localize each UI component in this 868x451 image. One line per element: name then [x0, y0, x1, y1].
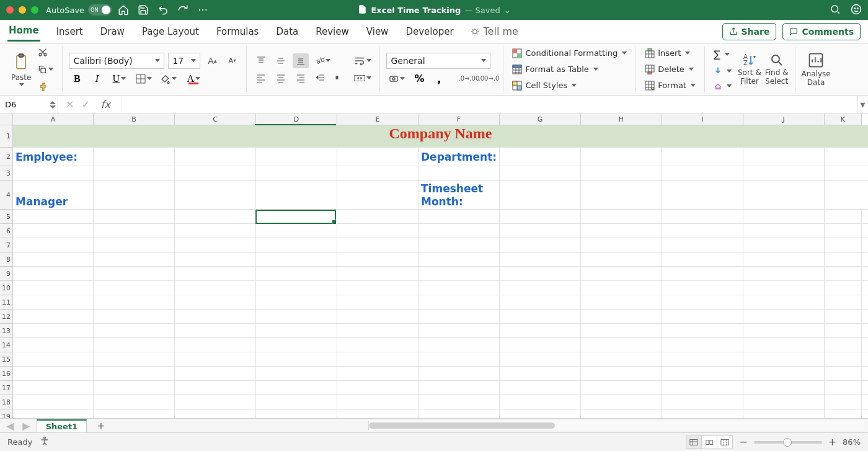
cell-i15[interactable]: [662, 352, 743, 366]
borders-button[interactable]: [133, 71, 154, 86]
row-header-6[interactable]: 6: [0, 224, 13, 238]
cell-f9[interactable]: [418, 267, 500, 280]
cell-h14[interactable]: [581, 338, 662, 352]
cell-h9[interactable]: [581, 267, 662, 280]
cell-i5[interactable]: [662, 210, 743, 223]
horizontal-scrollbar[interactable]: [368, 421, 864, 430]
share-button[interactable]: Share: [722, 23, 777, 40]
cell-d6[interactable]: [256, 224, 337, 238]
cell-a13[interactable]: [13, 324, 94, 337]
cancel-formula-icon[interactable]: ✕: [66, 99, 74, 110]
cell-b18[interactable]: [94, 395, 175, 409]
cell-a3[interactable]: [13, 166, 94, 180]
cell-g17[interactable]: [500, 381, 581, 395]
cell-h12[interactable]: [581, 310, 662, 323]
tab-view[interactable]: View: [365, 22, 390, 41]
cell-e17[interactable]: [337, 381, 418, 395]
cell-a11[interactable]: [13, 295, 94, 309]
page-layout-view-button[interactable]: [701, 435, 717, 449]
cell-d11[interactable]: [256, 295, 337, 309]
cell-g12[interactable]: [500, 310, 581, 323]
cell-i14[interactable]: [662, 338, 743, 352]
cell-g7[interactable]: [500, 238, 581, 252]
cell-c13[interactable]: [175, 324, 256, 337]
fullscreen-window-button[interactable]: [31, 6, 38, 14]
tab-home[interactable]: Home: [7, 21, 40, 42]
analyse-data-button[interactable]: Analyse Data: [802, 51, 831, 86]
cell-i12[interactable]: [662, 310, 743, 323]
cell-a10[interactable]: [13, 281, 94, 295]
cell-e8[interactable]: [337, 252, 418, 266]
cell-j8[interactable]: [743, 252, 825, 266]
cell-g14[interactable]: [500, 338, 581, 352]
cell-j12[interactable]: [743, 310, 825, 323]
row-header-17[interactable]: 17: [0, 381, 13, 395]
row-header-10[interactable]: 10: [0, 281, 13, 295]
cell-h5[interactable]: [581, 210, 662, 223]
cell-j9[interactable]: [743, 267, 825, 280]
cell-b12[interactable]: [94, 310, 175, 323]
cell-e14[interactable]: [337, 338, 418, 352]
cell-e19[interactable]: [337, 409, 418, 418]
cell-j16[interactable]: [743, 367, 825, 380]
align-right-icon[interactable]: [293, 71, 309, 86]
increase-font-icon[interactable]: A▴: [204, 53, 220, 68]
cell-i7[interactable]: [662, 238, 743, 252]
font-size-select[interactable]: 17: [168, 53, 200, 69]
cell-f4[interactable]: Timesheet Month:: [418, 181, 500, 209]
cell-b5[interactable]: [94, 210, 175, 223]
page-break-view-button[interactable]: [717, 435, 733, 449]
account-icon[interactable]: [851, 4, 862, 17]
cell-g5[interactable]: [500, 210, 581, 223]
cell-a12[interactable]: [13, 310, 94, 323]
cell-g13[interactable]: [500, 324, 581, 337]
row-header-18[interactable]: 18: [0, 395, 13, 409]
row-header-12[interactable]: 12: [0, 310, 13, 324]
cell-c14[interactable]: [175, 338, 256, 352]
cell-i18[interactable]: [662, 395, 743, 409]
cell-h2[interactable]: [581, 148, 662, 166]
cell-d5[interactable]: [256, 210, 337, 223]
more-icon[interactable]: [197, 4, 208, 16]
cell-d17[interactable]: [256, 381, 337, 395]
home-icon[interactable]: [118, 4, 129, 16]
col-header-k[interactable]: K: [825, 114, 862, 125]
cell-f11[interactable]: [418, 295, 500, 309]
row-header-4[interactable]: 4: [0, 181, 13, 210]
cell-k13[interactable]: [825, 324, 862, 337]
col-header-g[interactable]: G: [500, 114, 581, 125]
cell-a17[interactable]: [13, 381, 94, 395]
cell-i19[interactable]: [662, 409, 743, 418]
cell-a14[interactable]: [13, 338, 94, 352]
next-sheet-button[interactable]: ▶: [20, 420, 32, 432]
cell-g10[interactable]: [500, 281, 581, 295]
cell-c16[interactable]: [175, 367, 256, 380]
cell-a19[interactable]: [13, 409, 94, 418]
cell-b2[interactable]: [94, 148, 175, 166]
col-header-i[interactable]: I: [662, 114, 743, 125]
cell-h7[interactable]: [581, 238, 662, 252]
cell-j13[interactable]: [743, 324, 825, 337]
cell-j18[interactable]: [743, 395, 825, 409]
cell-c8[interactable]: [175, 252, 256, 266]
cell-d10[interactable]: [256, 281, 337, 295]
cell-j5[interactable]: [743, 210, 825, 223]
cell-f18[interactable]: [418, 395, 500, 409]
cell-d2[interactable]: [256, 148, 337, 166]
autosave-toggle[interactable]: AutoSave ON: [46, 4, 112, 16]
cell-e13[interactable]: [337, 324, 418, 337]
cell-k9[interactable]: [825, 267, 862, 280]
minimize-window-button[interactable]: [19, 6, 26, 14]
cell-g19[interactable]: [500, 409, 581, 418]
row-header-9[interactable]: 9: [0, 267, 13, 281]
cell-h10[interactable]: [581, 281, 662, 295]
bold-button[interactable]: B: [69, 71, 85, 86]
cell-i11[interactable]: [662, 295, 743, 309]
cell-a2[interactable]: Employee:: [13, 148, 94, 166]
cell-h13[interactable]: [581, 324, 662, 337]
cell-a15[interactable]: [13, 352, 94, 366]
cell-i9[interactable]: [662, 267, 743, 280]
cell-k8[interactable]: [825, 252, 862, 266]
percent-format-icon[interactable]: %: [411, 71, 427, 86]
formula-input[interactable]: [122, 96, 857, 114]
